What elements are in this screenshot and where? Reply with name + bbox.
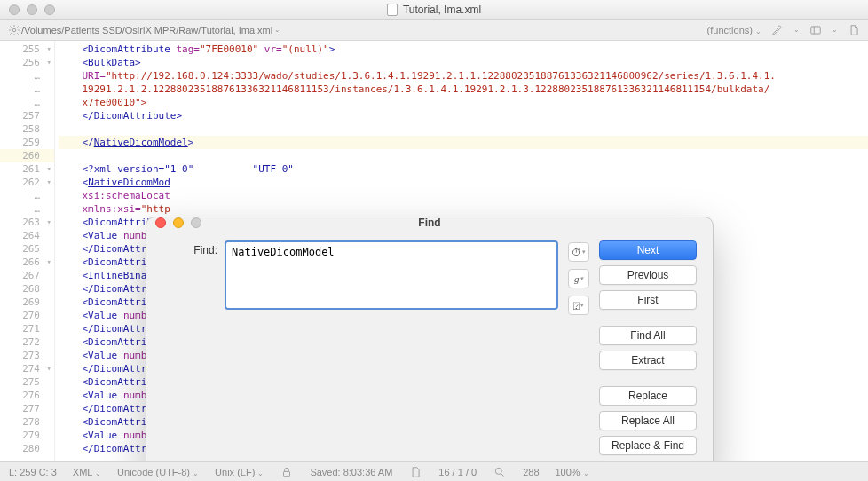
replace-button[interactable]: Replace (599, 386, 697, 406)
code-line[interactable]: <BulkData> (59, 56, 868, 69)
code-line[interactable]: </NativeDicomModel> (59, 136, 868, 149)
minimize-window-button[interactable] (27, 4, 37, 15)
cursor-position[interactable]: L: 259 C: 3 (9, 467, 57, 477)
window-title: Tutorial, Ima.xml (0, 4, 868, 16)
close-window-button[interactable] (9, 4, 20, 15)
editor-area: 255256………257258259260261262……26326426526… (0, 41, 868, 461)
line-number[interactable]: 258 (0, 122, 54, 136)
code-line[interactable]: <NativeDicomMod (59, 176, 868, 189)
line-number[interactable]: 277 (0, 402, 54, 415)
line-number[interactable]: 270 (0, 309, 54, 322)
line-number[interactable]: 274 (0, 362, 54, 375)
encoding-mode[interactable]: Unicode (UTF-8) ⌄ (117, 467, 199, 477)
find-minimize-button[interactable] (173, 217, 184, 228)
zoom-level[interactable]: 100% ⌄ (556, 467, 589, 477)
search-count: 288 (523, 467, 539, 477)
line-number[interactable]: 255 (0, 43, 54, 56)
code-line[interactable]: <DicomAttribute tag="7FE00010" vr="(null… (59, 43, 868, 56)
extract-button[interactable]: Extract (599, 351, 697, 370)
line-number[interactable]: 269 (0, 296, 54, 309)
line-number[interactable]: 272 (0, 335, 54, 349)
line-number[interactable]: 279 (0, 429, 54, 442)
page-icon (408, 465, 422, 479)
pencil-icon[interactable] (770, 23, 785, 37)
code-line[interactable]: xsi:schemaLocat (59, 189, 868, 202)
code-line[interactable]: </DicomAttribute> (59, 109, 868, 122)
line-number[interactable]: 280 (0, 442, 54, 455)
search-count-icon (493, 465, 507, 479)
code-line[interactable]: xmlns:xsi="http (59, 202, 868, 216)
line-number[interactable]: … (0, 83, 54, 96)
find-dialog-title: Find (146, 217, 713, 229)
line-number[interactable]: 266 (0, 256, 54, 269)
lock-icon[interactable] (280, 465, 294, 479)
line-number[interactable]: 256 (0, 56, 54, 69)
code-line[interactable]: URI="http://192.168.0.124:3333/wado/stud… (59, 69, 868, 83)
find-dialog: Find Find: ⏱▾ g▾ ⍰▾ Next Previous First … (146, 217, 714, 461)
find-help-button[interactable]: ⍰▾ (568, 296, 589, 315)
line-number[interactable]: 273 (0, 349, 54, 362)
line-number[interactable]: … (0, 69, 54, 83)
sidebar-icon[interactable] (809, 23, 823, 37)
find-all-button[interactable]: Find All (599, 326, 697, 345)
document-path[interactable]: /Volumes/Patients SSD/OsiriX MPR/Raw/Tut… (21, 25, 272, 35)
path-dropdown-icon[interactable]: ⌄ (272, 26, 280, 34)
line-number[interactable]: 275 (0, 375, 54, 389)
line-number[interactable]: 262 (0, 176, 54, 189)
document-counts: 16 / 1 / 0 (438, 467, 477, 477)
line-ending-mode[interactable]: Unix (LF) ⌄ (215, 467, 264, 477)
svg-point-0 (12, 28, 16, 32)
find-close-button[interactable] (155, 217, 166, 228)
find-zoom-button[interactable] (191, 217, 201, 228)
replace-all-button[interactable]: Replace All (599, 411, 697, 430)
line-number[interactable]: 257 (0, 109, 54, 122)
code-line[interactable] (59, 122, 868, 136)
line-number[interactable]: … (0, 189, 54, 202)
find-history-button[interactable]: ⏱▾ (568, 242, 589, 262)
path-bar: /Volumes/Patients SSD/OsiriX MPR/Raw/Tut… (0, 20, 868, 41)
line-number[interactable]: 278 (0, 415, 54, 429)
code-line[interactable]: <?xml version="1 0" "UTF 0" (59, 162, 868, 176)
save-status: Saved: 8:03:36 AM (310, 467, 392, 477)
language-mode[interactable]: XML ⌄ (73, 467, 101, 477)
status-bar: L: 259 C: 3 XML ⌄ Unicode (UTF-8) ⌄ Unix… (0, 461, 868, 481)
svg-rect-1 (811, 26, 821, 33)
find-grep-options-button[interactable]: g▾ (568, 269, 589, 288)
line-number[interactable]: 263 (0, 216, 54, 229)
functions-popup[interactable]: (functions) ⌄ (707, 25, 761, 35)
line-number[interactable]: … (0, 202, 54, 216)
line-number[interactable]: 264 (0, 229, 54, 242)
code-line[interactable]: x7fe00010"> (59, 96, 868, 109)
pencil-dropdown-icon[interactable]: ⌄ (793, 26, 800, 34)
editor-window: Tutorial, Ima.xml /Volumes/Patients SSD/… (0, 0, 868, 481)
line-number[interactable]: 265 (0, 242, 54, 256)
find-previous-button[interactable]: Previous (599, 265, 697, 285)
line-number[interactable]: 261 (0, 162, 54, 176)
find-label: Find: (155, 240, 217, 256)
zoom-window-button[interactable] (44, 4, 55, 15)
window-controls (0, 4, 55, 15)
window-title-text: Tutorial, Ima.xml (403, 4, 481, 16)
code-line[interactable] (59, 149, 868, 162)
find-next-button[interactable]: Next (599, 240, 697, 260)
line-number[interactable]: … (0, 96, 54, 109)
code-line[interactable]: 19291.2.1.2.1228802351887613363211468111… (59, 83, 868, 96)
sidebar-dropdown-icon[interactable]: ⌄ (832, 26, 838, 34)
line-number[interactable]: 268 (0, 282, 54, 296)
line-number-gutter[interactable]: 255256………257258259260261262……26326426526… (0, 41, 55, 461)
line-number[interactable]: 271 (0, 322, 54, 335)
window-titlebar: Tutorial, Ima.xml (0, 0, 868, 20)
line-number[interactable]: 267 (0, 269, 54, 282)
svg-point-3 (495, 468, 501, 474)
gear-icon[interactable] (7, 23, 21, 37)
find-titlebar: Find (146, 217, 713, 228)
replace-and-find-button[interactable]: Replace & Find (599, 436, 697, 455)
document-icon (387, 4, 398, 16)
find-first-button[interactable]: First (599, 290, 697, 310)
svg-rect-2 (284, 471, 290, 476)
find-input[interactable] (225, 240, 558, 310)
line-number[interactable]: 276 (0, 389, 54, 402)
document-toolbar-icon[interactable] (847, 23, 861, 37)
line-number[interactable]: 259 (0, 136, 54, 149)
line-number[interactable]: 260 (0, 149, 54, 162)
